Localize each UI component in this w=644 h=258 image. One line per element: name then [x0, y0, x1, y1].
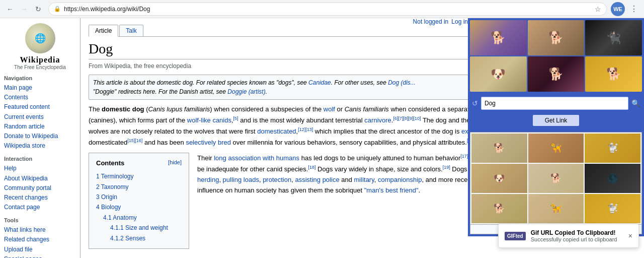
sidebar-item-current-events[interactable]: Current events — [4, 112, 76, 122]
toc-title: Contents [hide] — [96, 158, 182, 169]
gif-thumb-3[interactable]: 🐈‍⬛ — [585, 20, 642, 55]
domesticated-link[interactable]: domesticated — [257, 128, 296, 136]
sidebar-item-related-changes[interactable]: Related changes — [4, 235, 76, 244]
forward-button[interactable]: → — [18, 3, 30, 15]
selectively-bred-link[interactable]: selectively bred — [186, 139, 231, 147]
more-options-button[interactable]: ⋮ — [628, 3, 640, 15]
sidebar-item-store[interactable]: Wikipedia store — [4, 141, 76, 151]
dog-cell-5[interactable]: 🐕 — [528, 164, 584, 193]
toc-hide-link[interactable]: [hide] — [168, 158, 182, 169]
gif-thumb-2[interactable]: 🐕 — [528, 20, 585, 55]
toc-link-1[interactable]: 1 Terminology — [96, 173, 133, 180]
mans-best-friend-link[interactable]: "man's best friend" — [364, 186, 419, 194]
tab-talk[interactable]: Talk — [119, 25, 143, 36]
gif-thumb-1[interactable]: 🐕 — [470, 20, 527, 55]
sidebar-item-featured[interactable]: Featured content — [4, 102, 76, 112]
url-text: https://en.wikipedia.org/wiki/Dog — [64, 6, 592, 13]
user-profile-button[interactable]: WE — [611, 2, 625, 16]
wiki-logo-image: 🌐 — [25, 23, 55, 53]
toc-link-2[interactable]: 2 Taxonomy — [96, 183, 128, 190]
toc-link-4-1-2[interactable]: 4.1.2 Senses — [110, 235, 145, 242]
wiki-sidebar: 🌐 Wikipedia The Free Encyclopedia Naviga… — [0, 18, 80, 258]
toc-item-4-1-1: 4.1.1 Size and weight — [110, 223, 182, 233]
canidae-link[interactable]: Canidae — [308, 79, 331, 86]
gif-toast-title: Gif URL Copied To Clipboard! — [531, 229, 623, 236]
gif-image-3[interactable]: 🐈‍⬛ — [585, 20, 642, 55]
companionship-link[interactable]: companionship — [378, 176, 422, 183]
herding-link[interactable]: herding — [197, 176, 219, 183]
dog-cell-2[interactable]: 🦮 — [528, 134, 584, 163]
sidebar-item-special[interactable]: Special pages — [4, 254, 76, 258]
address-bar[interactable]: 🔒 https://en.wikipedia.org/wiki/Dog ☆ — [48, 3, 607, 16]
gif-image-5[interactable]: 🐕 — [528, 56, 585, 92]
gif-search-go-icon[interactable]: 🔍 — [631, 99, 640, 107]
carnivore-link[interactable]: carnivore — [364, 116, 391, 124]
protection-link[interactable]: protection — [263, 176, 291, 183]
sidebar-item-contents[interactable]: Contents — [4, 93, 76, 102]
nav-buttons: ← → ↻ — [4, 3, 44, 15]
doggie-artist-link[interactable]: Doggie (artist) — [227, 88, 265, 95]
toc-link-3[interactable]: 3 Origin — [96, 194, 117, 201]
toc-item-4: 4 Biology — [96, 202, 182, 212]
toc-link-4-1-1[interactable]: 4.1.1 Size and weight — [110, 224, 168, 231]
dog-cell-4[interactable]: 🐶 — [471, 164, 527, 193]
sidebar-item-recent-changes[interactable]: Recent changes — [4, 193, 76, 203]
gif-image-4[interactable]: 🐶 — [470, 56, 527, 92]
gif-thumb-5[interactable]: 🐕 — [528, 56, 585, 92]
gif-thumb-6[interactable]: 🐕 — [585, 56, 642, 92]
wiki-logo: 🌐 Wikipedia The Free Encyclopedia — [4, 23, 76, 70]
wolf-link[interactable]: wolf — [324, 105, 335, 113]
gif-thumb-4[interactable]: 🐶 — [470, 56, 527, 92]
nav-section: Navigation Main page Contents Featured c… — [4, 75, 76, 151]
bookmark-icon[interactable]: ☆ — [595, 5, 601, 13]
back-button[interactable]: ← — [4, 3, 16, 15]
dog-cell-9[interactable]: 🐩 — [585, 194, 640, 223]
dog-cell-6[interactable]: 🌑 — [585, 164, 640, 193]
browser-actions: WE ⋮ — [611, 2, 640, 16]
wiki-globe-icon: 🌐 — [35, 33, 46, 44]
toc-item-3: 3 Origin — [96, 192, 182, 202]
tools-section: Tools What links here Related changes Up… — [4, 217, 76, 258]
sidebar-item-what-links[interactable]: What links here — [4, 225, 76, 235]
sidebar-item-help[interactable]: Help — [4, 164, 76, 173]
gif-search-input[interactable] — [481, 97, 628, 110]
pulling-link[interactable]: pulling loads — [223, 176, 259, 183]
tab-article[interactable]: Article — [89, 25, 118, 37]
gif-getlink-button[interactable]: Get Link — [533, 115, 580, 126]
wolf-like-canids-link[interactable]: wolf-like canids — [187, 116, 231, 124]
dogs-breed-grid: 🐕 🦮 🐩 🐶 🐕 🌑 🐕 🦮 🐩 — [470, 132, 642, 225]
dog-cell-3[interactable]: 🐩 — [585, 134, 640, 163]
dog-disambiguation-link[interactable]: Dog (dis... — [388, 79, 416, 86]
nav-section-title: Navigation — [4, 75, 76, 81]
wiki-title: Wikipedia — [4, 55, 76, 64]
dog-cell-1[interactable]: 🐕 — [471, 134, 527, 163]
military-link[interactable]: military — [354, 176, 374, 183]
gif-image-2[interactable]: 🐕 — [528, 20, 585, 55]
sidebar-item-upload[interactable]: Upload file — [4, 245, 76, 254]
sidebar-item-community[interactable]: Community portal — [4, 183, 76, 193]
sidebar-item-main-page[interactable]: Main page — [4, 83, 76, 93]
gif-image-6[interactable]: 🐕 — [585, 56, 642, 92]
table-of-contents: Contents [hide] 1 Terminology 2 Taxonomy… — [89, 153, 189, 249]
human-assoc-link[interactable]: long association with humans — [214, 154, 299, 162]
toc-link-4-1[interactable]: 4.1 Anatomy — [103, 214, 137, 221]
toc-item-4-1: 4.1 Anatomy — [103, 213, 182, 223]
not-logged-in-link[interactable]: Not logged in — [413, 18, 449, 25]
toc-link-4[interactable]: 4 Biology — [96, 204, 121, 211]
reload-button[interactable]: ↻ — [32, 3, 44, 15]
sidebar-item-donate[interactable]: Donate to Wikipedia — [4, 132, 76, 141]
dog-cell-8[interactable]: 🦮 — [528, 194, 584, 223]
gif-toast-close-button[interactable]: × — [628, 232, 632, 239]
gif-toast: GIFted Gif URL Copied To Clipboard! Succ… — [498, 224, 639, 248]
police-link[interactable]: assisting police — [295, 176, 339, 183]
gif-image-1[interactable]: 🐕 — [470, 20, 527, 55]
sidebar-item-contact[interactable]: Contact page — [4, 203, 76, 212]
toc-item-4-1-2: 4.1.2 Senses — [110, 233, 182, 243]
gif-refresh-icon[interactable]: ↺ — [472, 99, 478, 107]
wiki-subtitle: The Free Encyclopedia — [4, 64, 76, 70]
sidebar-item-about[interactable]: About Wikipedia — [4, 174, 76, 183]
dog-cell-7[interactable]: 🐕 — [471, 194, 527, 223]
browser-bar: ← → ↻ 🔒 https://en.wikipedia.org/wiki/Do… — [0, 0, 644, 18]
log-in-link[interactable]: Log in — [451, 18, 468, 25]
sidebar-item-random[interactable]: Random article — [4, 122, 76, 132]
